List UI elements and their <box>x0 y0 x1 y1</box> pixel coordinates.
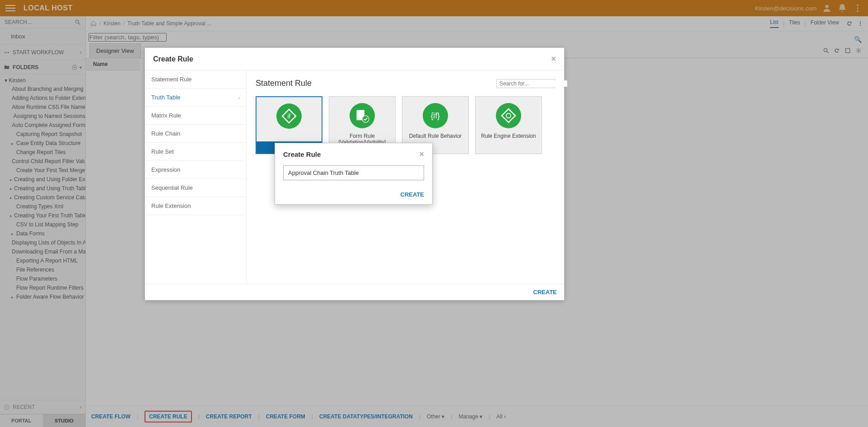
tree-item[interactable]: ▸Creating and Using Folder Exten <box>10 175 85 184</box>
svg-point-3 <box>857 10 859 12</box>
portal-tab[interactable]: PORTAL <box>0 414 43 427</box>
create-report-button[interactable]: CREATE REPORT <box>206 413 252 420</box>
app-title: LOCAL HOST <box>23 4 73 12</box>
recent-label: RECENT <box>13 404 35 410</box>
rule-category[interactable]: Matrix Rule <box>145 107 246 125</box>
search-icon[interactable] <box>823 47 829 54</box>
other-dropdown[interactable]: Other ▾ <box>427 413 444 420</box>
rule-category[interactable]: Truth Table› <box>145 89 246 107</box>
tree-item[interactable]: Creating Types Xml <box>10 202 85 211</box>
recent-header[interactable]: RECENT ‹ <box>0 400 85 414</box>
inbox-link[interactable]: Inbox <box>0 28 85 45</box>
chevron-down-icon[interactable]: ▾ <box>79 65 82 70</box>
create-rule-button[interactable]: CREATE RULE <box>145 411 191 422</box>
bottom-actions: CREATE FLOW | CREATE RULE | CREATE REPOR… <box>86 406 868 427</box>
designer-view-tab[interactable]: Designer View <box>89 43 141 58</box>
tree-item[interactable]: Exporting A Report HTML <box>10 256 85 265</box>
create-form-button[interactable]: CREATE FORM <box>266 413 305 420</box>
modal2-create-button[interactable]: CREATE <box>401 191 424 198</box>
tree-item[interactable]: Allow Runtime CSS File Name <box>10 103 85 112</box>
tree-item[interactable]: Capturing Report Snapshot <box>10 130 85 139</box>
svg-point-2 <box>857 7 859 9</box>
sidebar-search-input[interactable] <box>5 19 75 25</box>
view-list[interactable]: List <box>770 19 779 28</box>
tree-item[interactable]: ▸Case Entity Data Structure <box>10 139 85 148</box>
name-rule-modal: Create Rule × CREATE <box>275 143 433 205</box>
tree-item[interactable]: Auto Complete Assigned Form <box>10 121 85 130</box>
tree-item[interactable]: Displaying Lists of Objects In A <box>10 238 85 247</box>
search-for-input[interactable] <box>499 80 567 87</box>
app-header: LOCAL HOST Kirsten@decisions.com <box>0 0 868 16</box>
gear-icon[interactable] <box>855 47 862 54</box>
filter-input[interactable] <box>89 33 167 42</box>
modal-title: Create Rule <box>153 55 193 63</box>
add-icon[interactable] <box>71 64 78 70</box>
folder-tree: ▾ Kirsten About Branching and Merging Fl… <box>0 75 85 400</box>
rule-category[interactable]: Rule Set <box>145 143 246 161</box>
home-icon[interactable] <box>90 20 97 27</box>
tree-item[interactable]: ▸Creating and Using Truth Tables <box>10 184 85 193</box>
modal-create-button[interactable]: CREATE <box>533 289 557 296</box>
tree-item[interactable]: Adding Actions to Folder Extens <box>10 94 85 103</box>
view-tiles[interactable]: Tiles <box>789 19 800 28</box>
category-title: Statement Rule <box>256 79 312 88</box>
kebab-icon[interactable] <box>853 3 863 13</box>
bell-icon[interactable] <box>837 3 847 13</box>
tree-item[interactable]: CSV to List Mapping Step <box>10 220 85 229</box>
search-for-box[interactable] <box>496 79 555 88</box>
tree-item[interactable]: ▸Folder Aware Flow Behavior <box>10 292 85 301</box>
tree-item[interactable]: Flow Parameters <box>10 274 85 283</box>
refresh-icon[interactable] <box>834 47 840 54</box>
close-icon[interactable]: × <box>419 150 424 159</box>
tree-item[interactable]: Change Report Tiles <box>10 148 85 157</box>
svg-point-6 <box>5 52 6 53</box>
tree-item[interactable]: Create Your First Text Merge <box>10 166 85 175</box>
all-dropdown[interactable]: All › <box>496 413 506 420</box>
tree-item[interactable]: ▸Creating Your First Truth Table <box>10 211 85 220</box>
svg-point-18 <box>824 48 827 52</box>
rule-category[interactable]: Statement Rule <box>145 70 246 89</box>
view-folder[interactable]: Folder View <box>811 19 839 28</box>
card-label: Rule Engine Extension <box>479 133 537 139</box>
tree-item[interactable]: About Branching and Merging Flows <box>10 84 85 94</box>
user-email[interactable]: Kirsten@decisions.com <box>755 5 817 12</box>
rule-category[interactable]: Sequential Rule <box>145 179 246 197</box>
card-icon: if <box>276 103 302 129</box>
close-icon[interactable]: × <box>551 54 556 64</box>
expand-icon[interactable] <box>845 47 851 54</box>
sidebar: Inbox START WORKFLOW ‹ FOLDERS ▾ ▾ Kirst… <box>0 16 86 427</box>
manage-dropdown[interactable]: Manage ▾ <box>458 413 482 420</box>
create-flow-button[interactable]: CREATE FLOW <box>91 413 131 420</box>
column-name[interactable]: Name <box>86 58 140 70</box>
rule-name-input[interactable] <box>283 165 424 180</box>
tree-item[interactable]: Control Child Report Filter Value <box>10 157 85 166</box>
tree-item[interactable]: Downloading Email From a Mail <box>10 247 85 256</box>
hamburger-icon[interactable] <box>5 3 15 13</box>
breadcrumb-path[interactable]: Truth Table and Simple Approval ... <box>127 20 211 27</box>
breadcrumb-user[interactable]: Kirsten <box>103 20 120 27</box>
tree-item[interactable]: ▸Data Forms <box>10 229 85 238</box>
user-icon[interactable] <box>822 3 832 13</box>
tree-item[interactable]: File References <box>10 265 85 274</box>
tree-item[interactable]: Assigning to Named Sessions <box>10 112 85 121</box>
refresh-icon[interactable] <box>846 20 853 27</box>
folder-icon <box>4 64 10 70</box>
rule-card[interactable]: Rule Engine Extension <box>475 96 542 154</box>
rule-category[interactable]: Expression <box>145 161 246 179</box>
card-icon: {if} <box>423 103 448 128</box>
studio-tab[interactable]: STUDIO <box>43 414 86 427</box>
svg-point-21 <box>858 50 859 52</box>
rule-category[interactable]: Rule Extension <box>145 197 246 215</box>
search-icon[interactable] <box>75 19 81 25</box>
search-icon[interactable]: 🔍 <box>854 36 862 43</box>
svg-line-5 <box>79 23 80 25</box>
workflow-icon <box>4 49 10 56</box>
rule-category[interactable]: Rule Chain <box>145 125 246 143</box>
start-workflow-button[interactable]: START WORKFLOW ‹ <box>0 45 85 61</box>
tree-item[interactable]: Flow Report Runtime Filters <box>10 283 85 292</box>
tree-item[interactable]: ▸Creating Custom Service Catalog <box>10 193 85 202</box>
create-datatypes-button[interactable]: CREATE DATATYPES/INTEGRATION <box>319 413 413 420</box>
folders-header[interactable]: FOLDERS ▾ <box>0 61 85 75</box>
tree-root[interactable]: ▾ Kirsten <box>0 76 85 84</box>
more-icon[interactable] <box>857 20 863 27</box>
